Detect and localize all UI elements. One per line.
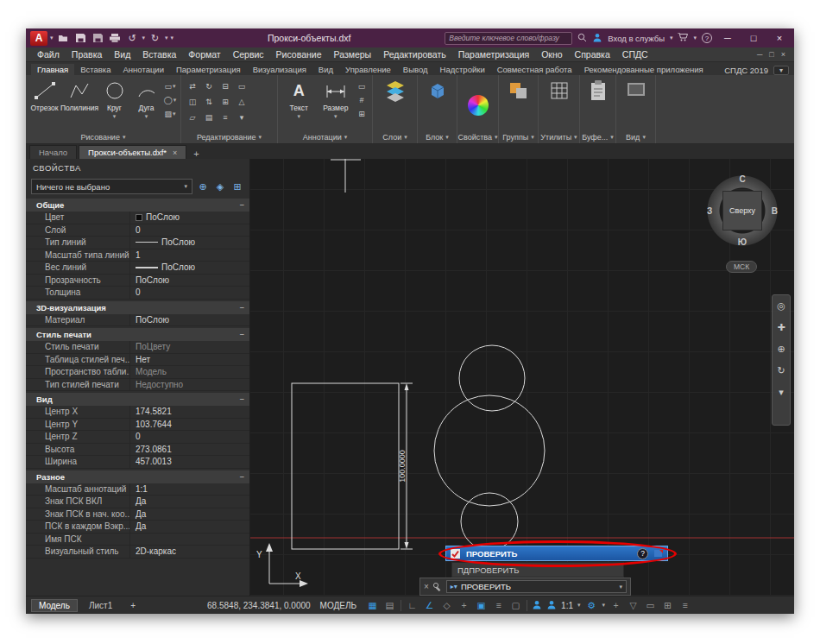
recent-commands-icon[interactable]: ▸▾ [451, 583, 457, 590]
table-icon[interactable]: # [355, 94, 369, 105]
view-icon[interactable] [621, 79, 651, 103]
edit-tool-icon[interactable]: ⇅ [201, 96, 217, 107]
command-help-icon[interactable]: ? [637, 548, 648, 559]
menu-edit[interactable]: Правка [66, 49, 108, 60]
tab-collaborate[interactable]: Совместная работа [491, 64, 578, 75]
app-menu-caret-icon[interactable]: ▾ [50, 35, 54, 41]
maximize-button[interactable]: □ [743, 33, 764, 43]
isodraft-icon[interactable]: ◇ [440, 600, 453, 610]
dynamic-input-icon[interactable]: ▢ [509, 600, 522, 610]
block-icon[interactable] [423, 79, 452, 103]
arc-tool[interactable]: Дуга ▾ [131, 79, 161, 120]
menu-insert[interactable]: Вставка [136, 49, 182, 60]
quick-access-more-icon[interactable]: ▾ [171, 35, 174, 41]
panel-properties-label[interactable]: Свойства▾ [457, 131, 498, 143]
object-snap-icon[interactable]: ▣ [475, 600, 488, 610]
undo-icon[interactable]: ↺ [125, 32, 140, 45]
command-input[interactable] [461, 582, 616, 591]
annotation-scale[interactable]: 1:1 [561, 601, 573, 610]
edit-tool-icon[interactable]: ≡ [218, 111, 233, 123]
viewcube-south[interactable]: Ю [738, 237, 747, 247]
mdi-restore-icon[interactable]: □ [769, 50, 773, 59]
menu-view[interactable]: Вид [108, 49, 136, 60]
edit-tool-icon[interactable]: ⊟ [218, 80, 233, 92]
tab-close-icon[interactable]: × [173, 148, 177, 157]
command-input-field[interactable]: ▸▾ ▾ [446, 580, 627, 593]
osnap-tracking-icon[interactable]: + [457, 600, 470, 610]
dimension-caret-icon[interactable]: ▾ [334, 113, 337, 120]
mdi-minimize-icon[interactable]: ─ [757, 50, 762, 59]
search-input[interactable] [445, 32, 572, 45]
edit-tool-icon[interactable]: ▱ [185, 111, 200, 123]
save-as-icon[interactable] [91, 32, 105, 45]
signin-label[interactable]: Вход в службы [608, 34, 665, 43]
polyline-tool[interactable]: Полилиния [61, 79, 98, 112]
ribbon-options-icon[interactable]: ▾ [773, 66, 789, 75]
menu-dimension[interactable]: Размеры [328, 49, 378, 60]
circle-caret-icon[interactable]: ▾ [113, 113, 117, 120]
share-drawing-icon[interactable] [546, 600, 557, 611]
toggle-pickadd-icon[interactable]: ⊕ [196, 180, 210, 193]
app-menu-button[interactable]: A [30, 31, 47, 46]
new-tab-icon[interactable]: + [188, 148, 204, 159]
open-icon[interactable] [56, 32, 71, 45]
menu-modify[interactable]: Редактировать [377, 49, 452, 60]
viewcube-west[interactable]: З [707, 206, 712, 216]
tab-insert[interactable]: Вставка [74, 64, 117, 75]
edit-tool-icon[interactable]: ▤ [201, 111, 217, 123]
clipboard-icon[interactable] [583, 79, 612, 103]
line-tool[interactable]: Отрезок [29, 79, 60, 112]
menu-tools[interactable]: Сервис [227, 49, 270, 60]
orbit-icon[interactable]: ↻ [777, 365, 785, 376]
user-icon[interactable] [592, 33, 602, 44]
undo-caret-icon[interactable]: ▾ [142, 35, 146, 41]
web-mobile-icon[interactable] [532, 600, 542, 611]
services-caret-icon[interactable]: ▾ [693, 35, 697, 41]
tab-spds-2019[interactable]: СПДС 2019 [724, 66, 768, 75]
text-caret-icon[interactable]: ▾ [297, 113, 300, 120]
rectangle-icon[interactable]: ▭▾ [163, 80, 177, 92]
viewcube-east[interactable]: В [772, 206, 778, 216]
groups-icon[interactable] [504, 79, 533, 103]
menu-file[interactable]: Файл [31, 49, 66, 60]
panel-layers-label[interactable]: Слои▾ [373, 131, 417, 143]
annotation-scale-caret-icon[interactable]: ▾ [577, 602, 581, 609]
hatch-icon[interactable]: ▨▾ [163, 108, 177, 119]
mdi-close-icon[interactable]: × [781, 50, 785, 59]
tab-manage[interactable]: Управление [339, 64, 397, 75]
isolate-objects-icon[interactable]: ▽ [627, 600, 640, 610]
save-icon[interactable] [73, 32, 88, 45]
section-view[interactable]: Вид− [26, 393, 249, 406]
circle-tool[interactable]: Круг ▾ [99, 79, 129, 120]
text-tool[interactable]: А Текст ▾ [281, 79, 317, 120]
section-misc[interactable]: Разное− [26, 470, 249, 483]
tab-view[interactable]: Вид [312, 64, 339, 75]
panel-groups-label[interactable]: Группы▾ [499, 131, 538, 143]
panel-view-label[interactable]: Вид▾ [616, 131, 655, 143]
edit-tool-icon[interactable]: ⊞ [218, 96, 233, 107]
tab-visualize[interactable]: Визуализация [247, 64, 312, 75]
command-customize-icon[interactable] [432, 582, 443, 592]
search-icon[interactable] [577, 33, 587, 44]
arc-caret-icon[interactable]: ▾ [145, 113, 148, 120]
tab-featured-apps[interactable]: Рекомендованные приложения [578, 64, 710, 75]
print-icon[interactable] [108, 32, 123, 45]
ellipse-icon[interactable]: ◯▾ [163, 94, 177, 105]
panel-draw-label[interactable]: Рисование▾ [26, 131, 180, 143]
section-general[interactable]: Общие− [26, 199, 249, 212]
edit-tool-icon[interactable]: △ [234, 96, 249, 107]
tab-annotate[interactable]: Аннотации [117, 64, 170, 75]
close-button[interactable]: × [769, 33, 790, 43]
ucs-badge[interactable]: МСК [726, 261, 757, 273]
panel-annotation-label[interactable]: Аннотации▾ [278, 131, 372, 143]
edit-tool-icon[interactable]: ◫ [185, 96, 200, 107]
space-indicator[interactable]: МОДЕЛЬ [320, 601, 356, 610]
properties-colorwheel-icon[interactable] [468, 95, 489, 116]
redo-icon[interactable]: ↻ [148, 32, 162, 45]
command-suggestion-primary[interactable]: ПРОВЕРИТЬ ? [445, 546, 668, 561]
menu-spds[interactable]: СПДС [616, 49, 654, 60]
panel-block-label[interactable]: Блок▾ [418, 131, 457, 143]
utilities-icon[interactable] [545, 79, 574, 103]
command-close-icon[interactable]: × [424, 582, 429, 591]
store-cart-icon[interactable] [678, 33, 688, 43]
